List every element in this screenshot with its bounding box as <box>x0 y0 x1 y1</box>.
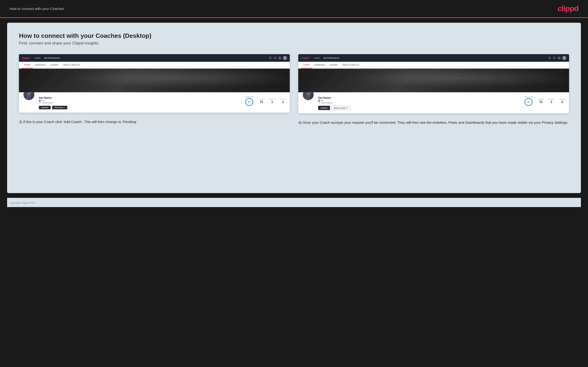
followers-label-2: Followers <box>548 99 555 100</box>
followers-label-1: Followers <box>269 99 275 100</box>
quality-label-1: Player Quality <box>245 96 254 98</box>
tab-dashboard-1[interactable]: Dashboard <box>33 62 48 68</box>
activities-stat-1: Activities 71 <box>259 99 264 104</box>
quality-circle-2: 97 <box>525 98 533 106</box>
followers-stat-1: Followers 1 <box>269 99 275 104</box>
tab-activities-1[interactable]: Activities <box>48 62 61 68</box>
mock-buttons-2: Unfollow Remove Coach ✕ <box>318 106 521 110</box>
svg-point-3 <box>279 58 280 58</box>
player-quality-group-1: Player Quality 97 <box>245 96 254 106</box>
svg-line-7 <box>550 58 551 59</box>
mock-location-2: 📍 United Kingdom <box>318 102 521 104</box>
footer: Copyright Clippd 2022 <box>7 198 581 207</box>
mock-profile-info-1: Dan Davies Pro 📍 United Kingdom Unfollow… <box>39 95 242 109</box>
description-col-2: 4) Once your Coach accepts your request … <box>298 118 569 125</box>
following-label-2: Following <box>559 99 565 100</box>
description-col-1: 3) If this is your Coach click 'Add Coac… <box>19 118 290 125</box>
avatar-icon-1[interactable] <box>283 56 287 60</box>
mock-nav-2: clippd Home My Performance <box>298 54 569 62</box>
avatar-icon-2[interactable] <box>562 56 566 60</box>
mock-nav-icons-1 <box>269 56 287 60</box>
user-icon-2[interactable] <box>553 57 556 59</box>
activities-label-1: Activities <box>259 99 264 100</box>
search-icon-2[interactable] <box>548 57 551 59</box>
mock-banner-2 <box>298 69 569 92</box>
activities-stat-2: Activities 71 <box>538 99 544 104</box>
header: How to connect with your Coaches clippd <box>0 0 588 18</box>
page-title: How to connect with your Coaches (Deskto… <box>19 32 569 40</box>
svg-point-0 <box>269 57 271 59</box>
mock-stats-1: Player Quality 97 Activities 71 Follower… <box>245 96 286 106</box>
svg-point-6 <box>549 57 550 59</box>
svg-point-8 <box>554 57 555 58</box>
mock-nav-home-2[interactable]: Home <box>314 57 320 59</box>
add-coach-button-1[interactable]: Add Coach + <box>52 106 67 109</box>
mock-profile-name-1: Dan Davies <box>39 97 242 99</box>
mock-nav-icons-2 <box>548 56 566 60</box>
user-icon-1[interactable] <box>274 57 277 59</box>
quality-label-2: Player Quality <box>525 96 533 98</box>
verified-icon-2 <box>318 100 320 101</box>
mock-nav-perf-2[interactable]: My Performance <box>323 57 339 59</box>
remove-coach-button[interactable]: Remove Coach ✕ <box>331 106 351 110</box>
description-text-1: 3) If this is your Coach click 'Add Coac… <box>19 119 290 125</box>
copyright-text: Copyright Clippd 2022 <box>9 199 35 207</box>
followers-stat-2: Followers 1 <box>548 99 555 104</box>
activities-value-1: 71 <box>259 100 264 104</box>
search-icon-1[interactable] <box>269 57 272 59</box>
mock-buttons-1: Unfollow Add Coach + <box>39 106 242 109</box>
activities-value-2: 71 <box>538 100 544 104</box>
page-subtitle: Find, connect and share your Clippd insi… <box>19 41 569 46</box>
activities-label-2: Activities <box>538 99 544 100</box>
svg-point-10 <box>558 57 560 59</box>
main-content: How to connect with your Coaches (Deskto… <box>7 23 581 193</box>
tab-whattoworkon-2[interactable]: What To Work On <box>340 62 362 68</box>
mock-browser-1: clippd Home My Performance Profile Dashb… <box>19 54 290 113</box>
settings-icon-2[interactable] <box>558 57 561 59</box>
mock-logo-1: clippd <box>22 57 29 59</box>
unfollow-button-1[interactable]: Unfollow <box>39 106 51 109</box>
player-quality-group-2: Player Quality 97 <box>525 96 533 106</box>
mock-location-1: 📍 United Kingdom <box>39 102 242 104</box>
mock-profile-section-1: Dan Davies Pro 📍 United Kingdom Unfollow… <box>19 92 290 113</box>
mock-banner-1 <box>19 69 290 92</box>
following-value-2: 1 <box>559 100 565 104</box>
followers-value-2: 1 <box>548 100 555 104</box>
settings-icon-1[interactable] <box>278 57 281 59</box>
banner-image-2 <box>298 69 569 92</box>
mock-profile-badge-1: Pro <box>39 100 242 101</box>
mock-nav-perf-1[interactable]: My Performance <box>44 57 60 59</box>
following-label-1: Following <box>280 99 286 100</box>
tab-activities-2[interactable]: Activities <box>327 62 340 68</box>
banner-image-1 <box>19 69 290 92</box>
screenshots-row: clippd Home My Performance Profile Dashb… <box>19 54 569 125</box>
quality-circle-1: 97 <box>245 98 253 106</box>
mock-nav-home-1[interactable]: Home <box>35 57 40 59</box>
mock-browser-2: clippd Home My Performance Profile Dashb… <box>298 54 569 113</box>
mock-profile-name-2: Dan Davies <box>318 97 521 99</box>
mock-tabs-2: Profile Dashboard Activities What To Wor… <box>298 62 569 69</box>
remove-coach-x-icon: ✕ <box>346 107 348 109</box>
mock-logo-2: clippd <box>301 57 309 59</box>
mock-nav-1: clippd Home My Performance <box>19 54 290 62</box>
mock-tabs-1: Profile Dashboard Activities What To Wor… <box>19 62 290 69</box>
mock-stats-2: Player Quality 97 Activities 71 Follower… <box>525 96 565 106</box>
svg-point-4 <box>279 57 281 59</box>
verified-icon-1 <box>39 100 41 101</box>
clippd-logo: clippd <box>558 4 579 13</box>
followers-value-1: 1 <box>269 100 275 104</box>
svg-point-2 <box>275 57 276 58</box>
following-value-1: 1 <box>280 100 286 104</box>
mock-profile-info-2: Dan Davies Pro 📍 United Kingdom Unfollow… <box>318 95 521 110</box>
tab-dashboard-2[interactable]: Dashboard <box>312 62 327 68</box>
mock-profile-badge-2: Pro <box>318 100 521 101</box>
svg-point-9 <box>559 58 560 58</box>
unfollow-button-2[interactable]: Unfollow <box>318 106 330 110</box>
tab-whattoworkon-1[interactable]: What To Work On <box>61 62 82 68</box>
description-text-2: 4) Once your Coach accepts your request … <box>298 120 569 125</box>
tab-profile-1[interactable]: Profile <box>22 62 33 68</box>
tab-profile-2[interactable]: Profile <box>301 62 312 68</box>
screenshot-col-2: clippd Home My Performance Profile Dashb… <box>298 54 569 125</box>
mock-profile-section-2: Dan Davies Pro 📍 United Kingdom Unfollow… <box>298 92 569 113</box>
svg-line-1 <box>271 58 271 59</box>
